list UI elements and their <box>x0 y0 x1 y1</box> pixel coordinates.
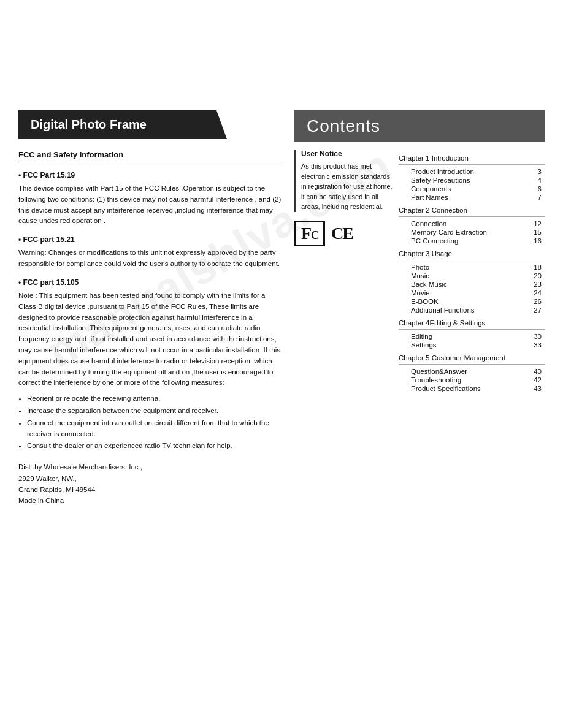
left-banner-title: Digital Photo Frame <box>18 110 227 139</box>
toc-item-page: 40 <box>526 367 545 376</box>
toc-item-label: Editing <box>399 332 526 341</box>
toc-row: PC Connecting16 <box>399 237 545 245</box>
toc-item-label: Connection <box>399 219 526 228</box>
chapter-header: Chapter 1 Introduction <box>399 154 545 162</box>
toc-item-page: 20 <box>526 271 545 280</box>
toc-row: Troubleshooting42 <box>399 376 545 384</box>
toc-table: Editing30Settings33 <box>399 332 545 349</box>
main-content: Digital Photo Frame FCC and Safety Infor… <box>0 110 563 507</box>
toc-item-page: 42 <box>526 376 545 384</box>
toc-row: Back Music23 <box>399 280 545 289</box>
top-spacer <box>0 0 563 110</box>
toc-item-page: 23 <box>526 280 545 289</box>
chapter-header: Chapter 2 Connection <box>399 207 545 214</box>
toc-row: Connection12 <box>399 219 545 228</box>
toc-row: Movie24 <box>399 289 545 297</box>
toc-row: Photo18 <box>399 263 545 271</box>
toc-row: Product Specifications43 <box>399 384 545 393</box>
user-notice-title: User Notice <box>301 150 393 158</box>
toc-item-label: Safety Precautions <box>399 176 526 184</box>
toc-row: Question&Answer40 <box>399 367 545 376</box>
toc-item-page: 15 <box>526 228 545 237</box>
dist-line1: Dist .by Wholesale Merchandisers, Inc., <box>18 461 282 472</box>
toc-item-label: Photo <box>399 263 526 271</box>
fcc-icon: FC <box>301 224 318 243</box>
fcc-15105-title: • FCC part 15.105 <box>18 278 282 287</box>
toc-divider <box>399 260 545 260</box>
toc-item-page: 24 <box>526 289 545 297</box>
toc-table: Question&Answer40Troubleshooting42Produc… <box>399 367 545 393</box>
contents-banner-title: Contents <box>294 110 545 142</box>
page: manualshlva.com Digital Photo Frame FCC … <box>0 0 563 728</box>
dist-line3: Grand Rapids, MI 49544 <box>18 484 282 495</box>
toc-item-page: 4 <box>526 176 545 184</box>
toc-table: Connection12Memory Card Extraction15PC C… <box>399 219 545 245</box>
toc-item-label: Memory Card Extraction <box>399 228 526 237</box>
toc-divider <box>399 364 545 365</box>
toc-item-label: Part Names <box>399 193 526 202</box>
fcc-1519-title: • FCC Part 15.19 <box>18 171 282 180</box>
fcc-1521-body: Warning: Changes or modifications to thi… <box>18 248 282 270</box>
chapter-header: Chapter 5 Customer Management <box>399 354 545 362</box>
list-item: Consult the dealer or an experienced rad… <box>27 441 282 452</box>
toc-item-label: Music <box>399 271 526 280</box>
ce-logo: CE <box>331 224 353 243</box>
toc-item-page: 6 <box>526 184 545 193</box>
toc-item-label: Troubleshooting <box>399 376 526 384</box>
toc-item-page: 33 <box>526 341 545 349</box>
toc-item-label: Components <box>399 184 526 193</box>
toc-item-label: Product Introduction <box>399 167 526 176</box>
fcc-1519-body: This device complies with Part 15 of the… <box>18 183 282 227</box>
toc-item-page: 26 <box>526 297 545 306</box>
toc-row: Music20 <box>399 271 545 280</box>
dist-line2: 2929 Walker, NW., <box>18 473 282 484</box>
notice-column: User Notice As this product has met elec… <box>294 150 393 394</box>
dist-line4: Made in China <box>18 495 282 506</box>
toc-divider <box>399 329 545 330</box>
toc-column: Chapter 1 IntroductionProduct Introducti… <box>399 150 545 394</box>
toc-item-label: E-BOOK <box>399 297 526 306</box>
left-column: Digital Photo Frame FCC and Safety Infor… <box>18 110 282 507</box>
chapter-header: Chapter 4Editing & Settings <box>399 319 545 327</box>
toc-row: Editing30 <box>399 332 545 341</box>
fcc-logo: FC <box>294 221 325 246</box>
list-item: Increase the separation between the equi… <box>27 406 282 417</box>
toc-row: Settings33 <box>399 341 545 349</box>
left-banner: Digital Photo Frame <box>18 110 282 150</box>
chapter-header: Chapter 3 Usage <box>399 250 545 257</box>
toc-row: Components6 <box>399 184 545 193</box>
toc-table: Photo18Music20Back Music23Movie24E-BOOK2… <box>399 263 545 314</box>
fcc-ce-logos: FC CE <box>294 221 393 246</box>
dist-info: Dist .by Wholesale Merchandisers, Inc., … <box>18 461 282 507</box>
toc-item-page: 43 <box>526 384 545 393</box>
toc-item-label: PC Connecting <box>399 237 526 245</box>
toc-item-label: Movie <box>399 289 526 297</box>
toc-item-label: Settings <box>399 341 526 349</box>
toc-item-page: 27 <box>526 306 545 314</box>
toc-row: Memory Card Extraction15 <box>399 228 545 237</box>
user-notice-box: User Notice As this product has met elec… <box>294 150 393 212</box>
fcc-15105-note: Note : This equipment has been tested an… <box>18 290 282 389</box>
toc-row: Product Introduction3 <box>399 167 545 176</box>
toc-item-page: 12 <box>526 219 545 228</box>
list-item: Reorient or relocate the receiving anten… <box>27 393 282 404</box>
fcc-bullet-list: Reorient or relocate the receiving anten… <box>27 393 282 452</box>
fcc-safety-heading: FCC and Safety Information <box>18 150 282 162</box>
toc-row: Additional Functions27 <box>399 306 545 314</box>
toc-table: Product Introduction3Safety Precautions4… <box>399 167 545 202</box>
user-notice-body: As this product has met electronic emiss… <box>301 161 393 212</box>
toc-item-page: 7 <box>526 193 545 202</box>
toc-item-page: 16 <box>526 237 545 245</box>
toc-item-page: 3 <box>526 167 545 176</box>
toc-divider <box>399 164 545 165</box>
right-inner: User Notice As this product has met elec… <box>294 150 545 394</box>
toc-container: Chapter 1 IntroductionProduct Introducti… <box>399 154 545 393</box>
toc-divider <box>399 216 545 217</box>
list-item: Connect the equipment into an outlet on … <box>27 418 282 440</box>
toc-item-page: 18 <box>526 263 545 271</box>
right-column: Contents User Notice As this product has… <box>294 110 545 507</box>
fcc-1521-title: • FCC part 15.21 <box>18 235 282 244</box>
toc-item-page: 30 <box>526 332 545 341</box>
toc-row: E-BOOK26 <box>399 297 545 306</box>
toc-item-label: Product Specifications <box>399 384 526 393</box>
